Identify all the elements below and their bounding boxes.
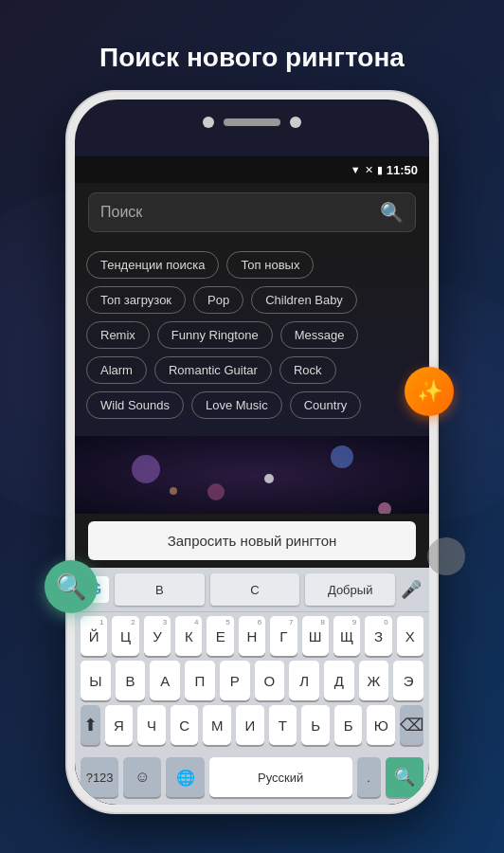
key-period[interactable]: .	[357, 757, 381, 797]
key-soft[interactable]: Ь	[301, 705, 330, 745]
tags-area: Тенденции поиска Топ новых Топ загрузок …	[75, 242, 429, 436]
tag-alarm[interactable]: Alarm	[86, 356, 147, 384]
tag-wild-sounds[interactable]: Wild Sounds	[86, 391, 184, 419]
tag-rock[interactable]: Rock	[279, 356, 336, 384]
tag-love-music[interactable]: Love Music	[191, 391, 282, 419]
key-d[interactable]: Д	[324, 661, 354, 700]
key-s[interactable]: С	[171, 705, 199, 745]
speaker	[224, 118, 280, 126]
tag-top-new[interactable]: Топ новых	[226, 251, 314, 279]
tag-romantic-guitar[interactable]: Romantic Guitar	[154, 356, 272, 384]
bokeh-dot-2	[207, 483, 225, 500]
tag-top-downloads[interactable]: Топ загрузок	[86, 286, 186, 314]
key-yu[interactable]: Ю	[367, 705, 395, 745]
key-t[interactable]: Т	[269, 705, 297, 745]
key-smiley[interactable]: ☺	[123, 757, 161, 797]
gray-circle-decoration	[427, 537, 465, 575]
tags-row-5: Wild Sounds Love Music Country	[86, 391, 418, 419]
key-j[interactable]: Й1	[81, 616, 107, 656]
key-row-2: Ы В А П Р О Л Д Ж Э	[81, 661, 423, 700]
key-e[interactable]: Э	[393, 661, 423, 700]
phone-outer: ▼ ✕ ▮ 11:50 Поиск 🔍 Тенденции	[67, 92, 437, 812]
tag-pop[interactable]: Pop	[193, 286, 243, 314]
key-ya[interactable]: Я	[105, 705, 134, 745]
key-yi[interactable]: Ы	[81, 661, 111, 700]
bokeh-dot-4	[378, 502, 391, 514]
key-row-1: Й1 Ц2 У3 К4 Е5 Н6 Г7 Ш8 Щ9 З0 Х	[81, 616, 423, 656]
key-l[interactable]: Л	[289, 661, 319, 700]
key-z[interactable]: З0	[365, 616, 391, 656]
key-i[interactable]: И	[236, 705, 264, 745]
tag-remix[interactable]: Remix	[86, 321, 150, 349]
phone-inner: ▼ ✕ ▮ 11:50 Поиск 🔍 Тенденции	[75, 100, 429, 805]
search-placeholder[interactable]: Поиск	[100, 204, 380, 221]
tag-trends[interactable]: Тенденции поиска	[86, 251, 219, 279]
key-o[interactable]: О	[255, 661, 285, 700]
key-p[interactable]: П	[185, 661, 215, 700]
tag-message[interactable]: Message	[280, 321, 359, 349]
suggestion-dobry[interactable]: Добрый	[305, 573, 395, 606]
phone-top-bar	[203, 117, 301, 128]
search-box[interactable]: Поиск 🔍	[88, 192, 416, 232]
mic-icon[interactable]: 🎤	[401, 579, 422, 600]
tags-row-2: Топ загрузок Pop Children Baby	[86, 286, 418, 314]
key-ts[interactable]: Ц2	[112, 616, 138, 656]
key-u[interactable]: У3	[144, 616, 171, 656]
page-title: Поиск нового рингтона	[99, 43, 405, 73]
keyboard-suggestions-row: G В С Добрый 🎤	[75, 568, 429, 612]
signal-icon: ✕	[365, 164, 373, 176]
request-ringtone-button[interactable]: Запросить новый рингтон	[88, 521, 416, 560]
bokeh-dot-5	[264, 474, 274, 483]
bokeh-background	[75, 436, 429, 514]
request-btn-area: Запросить новый рингтон	[75, 514, 429, 568]
fab-search-icon: 🔍	[56, 572, 86, 602]
search-area: Поиск 🔍	[75, 183, 429, 242]
status-icons: ▼ ✕ ▮	[351, 164, 383, 176]
key-m[interactable]: М	[203, 705, 231, 745]
keyboard-rows: Й1 Ц2 У3 К4 Е5 Н6 Г7 Ш8 Щ9 З0 Х	[75, 612, 429, 753]
key-zh[interactable]: Ж	[359, 661, 389, 700]
shift-key[interactable]: ⬆	[81, 705, 100, 745]
key-b[interactable]: Б	[334, 705, 363, 745]
tag-country[interactable]: Country	[290, 391, 362, 419]
search-icon[interactable]: 🔍	[380, 201, 404, 224]
key-123[interactable]: ?123	[81, 757, 118, 797]
delete-key[interactable]: ⌫	[400, 705, 423, 745]
suggestion-b[interactable]: В	[115, 573, 205, 606]
tags-row-3: Remix Funny Ringtone Message	[86, 321, 418, 349]
key-n[interactable]: Н6	[239, 616, 265, 656]
key-language[interactable]: 🌐	[166, 757, 204, 797]
battery-icon: ▮	[377, 164, 383, 176]
key-ye[interactable]: Е5	[207, 616, 233, 656]
bokeh-dot-1	[132, 455, 160, 483]
key-g[interactable]: Г7	[270, 616, 297, 656]
fab-search-button[interactable]: 🔍	[45, 560, 98, 613]
fireworks-icon: ✨	[417, 379, 442, 404]
keyboard-search-button[interactable]: 🔍	[386, 757, 423, 797]
key-shch[interactable]: Щ9	[333, 616, 360, 656]
status-bar: ▼ ✕ ▮ 11:50	[75, 156, 429, 183]
suggestion-c[interactable]: С	[210, 573, 300, 606]
tags-row-4: Alarm Romantic Guitar Rock	[86, 356, 418, 384]
key-ch[interactable]: Ч	[137, 705, 166, 745]
key-space[interactable]: Русский	[209, 757, 352, 797]
tags-row-1: Тенденции поиска Топ новых	[86, 251, 418, 279]
phone-frame: ▼ ✕ ▮ 11:50 Поиск 🔍 Тенденции	[67, 92, 437, 812]
key-k[interactable]: К4	[175, 616, 202, 656]
key-kh[interactable]: Х	[397, 616, 423, 656]
tag-children-baby[interactable]: Children Baby	[251, 286, 357, 314]
fireworks-button[interactable]: ✨	[405, 367, 454, 416]
camera-right	[290, 117, 301, 128]
camera-left	[203, 117, 214, 128]
key-r[interactable]: Р	[220, 661, 250, 700]
key-row-3: ⬆ Я Ч С М И Т Ь Б Ю ⌫	[81, 705, 423, 745]
key-a[interactable]: А	[150, 661, 180, 700]
status-time: 11:50	[387, 163, 418, 177]
keyboard: G В С Добрый 🎤 Й1 Ц2 У3 К4	[75, 568, 429, 805]
tag-funny-ringtone[interactable]: Funny Ringtone	[157, 321, 273, 349]
bokeh-dot-3	[331, 445, 353, 468]
key-v[interactable]: В	[116, 661, 146, 700]
key-sh[interactable]: Ш8	[302, 616, 329, 656]
screen: ▼ ✕ ▮ 11:50 Поиск 🔍 Тенденции	[75, 156, 429, 805]
keyboard-bottom-row: ?123 ☺ 🌐 Русский . 🔍	[75, 753, 429, 805]
